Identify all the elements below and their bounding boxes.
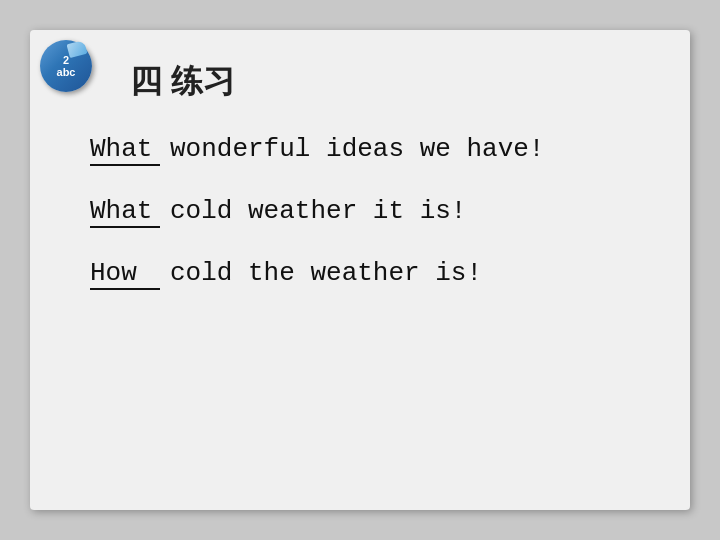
exercise-list: What wonderful ideas we have! What cold …: [90, 134, 650, 290]
blank-2: What: [90, 196, 160, 228]
sentence-rest-3: cold the weather is!: [170, 258, 482, 288]
slide-title: 四 练习: [130, 60, 650, 104]
blank-3: How: [90, 258, 160, 290]
exercise-item-2: What cold weather it is!: [90, 196, 650, 228]
slide: 2abc 四 练习 What wonderful ideas we have! …: [30, 30, 690, 510]
exercise-item-3: How cold the weather is!: [90, 258, 650, 290]
exercise-item-1: What wonderful ideas we have!: [90, 134, 650, 166]
logo-text: 2abc: [57, 54, 76, 78]
logo-icon: 2abc: [40, 40, 92, 92]
sentence-rest-2: cold weather it is!: [170, 196, 466, 226]
sentence-rest-1: wonderful ideas we have!: [170, 134, 544, 164]
blank-1: What: [90, 134, 160, 166]
